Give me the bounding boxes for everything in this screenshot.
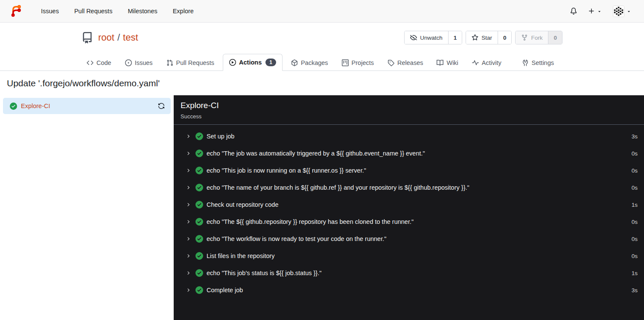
step-name: List files in the repository — [207, 252, 275, 259]
check-circle-icon — [195, 167, 203, 174]
repo-name-link[interactable]: test — [123, 32, 138, 43]
check-circle-icon — [195, 286, 203, 294]
check-circle-icon — [195, 252, 203, 260]
step-name: echo "The name of your branch is ${{ git… — [207, 184, 469, 191]
tools-icon — [522, 59, 529, 66]
fork-button-group: Fork 0 — [515, 31, 562, 44]
step-duration: 0s — [632, 253, 638, 259]
pull-request-icon — [166, 59, 173, 66]
step-row[interactable]: List files in the repository 0s — [174, 247, 644, 264]
repo-action-buttons: Unwatch 1 Star 0 Fork 0 — [404, 31, 562, 44]
create-new-button[interactable] — [585, 5, 605, 17]
step-row[interactable]: Set up job 3s — [174, 128, 644, 145]
tab-label: Settings — [532, 59, 554, 66]
chevron-right-icon — [186, 219, 191, 224]
check-circle-icon — [195, 269, 203, 277]
forgejo-logo-icon — [9, 5, 22, 18]
step-row[interactable]: echo "This job is now running on a ${{ r… — [174, 162, 644, 179]
check-circle-icon — [195, 150, 203, 157]
star-button[interactable]: Star — [466, 31, 498, 44]
job-title: Explore-CI — [181, 101, 637, 110]
forks-count: 0 — [548, 31, 562, 44]
code-icon — [87, 59, 93, 66]
fork-button: Fork — [516, 31, 548, 44]
tab-actions[interactable]: Actions 1 — [223, 54, 283, 71]
step-name: echo "The workflow is now ready to test … — [207, 235, 386, 242]
play-circle-icon — [229, 59, 236, 66]
nav-issues[interactable]: Issues — [33, 4, 67, 18]
step-duration: 1s — [632, 270, 638, 276]
tab-label: Releases — [397, 59, 423, 66]
step-duration: 1s — [632, 202, 638, 208]
pulse-icon — [472, 59, 479, 66]
avatar — [613, 6, 624, 17]
step-name: echo "The job was automatically triggere… — [207, 150, 425, 157]
step-row[interactable]: echo "The ${{ github.repository }} repos… — [174, 213, 644, 230]
issue-icon — [125, 59, 132, 66]
step-duration: 0s — [632, 219, 638, 225]
check-circle-icon — [195, 184, 203, 191]
rerun-job-button[interactable] — [157, 102, 166, 110]
user-menu-button[interactable] — [609, 3, 635, 20]
step-row[interactable]: Complete job 3s — [174, 282, 644, 299]
tab-code[interactable]: Code — [82, 55, 117, 70]
star-label: Star — [481, 35, 492, 41]
tab-packages[interactable]: Packages — [286, 55, 333, 70]
tab-label: Pull Requests — [176, 59, 214, 66]
step-name: echo "The ${{ github.repository }} repos… — [207, 218, 414, 225]
page-title: Update '.forgejo/workflows/demo.yaml' — [0, 71, 644, 95]
check-circle-icon — [195, 235, 203, 243]
tab-label: Issues — [135, 59, 153, 66]
step-row[interactable]: Check out repository code 1s — [174, 196, 644, 213]
repo-title-row: root / test Unwatch 1 Star 0 — [82, 23, 562, 45]
tab-pull-requests[interactable]: Pull Requests — [161, 55, 219, 70]
tab-issues[interactable]: Issues — [120, 55, 158, 70]
steps-list: Set up job 3s echo "The job was automati… — [174, 125, 644, 299]
unwatch-button[interactable]: Unwatch — [405, 31, 448, 44]
repo-path-separator: / — [117, 32, 120, 43]
job-name: Explore-CI — [21, 103, 157, 109]
actions-count-badge: 1 — [265, 59, 276, 66]
notifications-button[interactable] — [567, 5, 580, 17]
tab-projects[interactable]: Projects — [337, 55, 379, 70]
repo-icon — [82, 32, 93, 44]
step-name: Complete job — [207, 287, 243, 294]
tab-label: Packages — [301, 59, 328, 66]
jobs-sidebar: Explore-CI — [0, 95, 174, 320]
stars-count[interactable]: 0 — [498, 31, 512, 44]
tab-wiki[interactable]: Wiki — [431, 55, 463, 70]
fork-label: Fork — [531, 35, 542, 41]
watch-button-group: Unwatch 1 — [404, 31, 462, 44]
tab-label: Actions — [239, 59, 262, 66]
step-row[interactable]: echo "The workflow is now ready to test … — [174, 230, 644, 247]
chevron-right-icon — [186, 168, 191, 173]
tab-activity[interactable]: Activity — [467, 55, 507, 70]
book-icon — [437, 59, 443, 66]
check-circle-icon — [10, 103, 17, 110]
tab-settings[interactable]: Settings — [517, 55, 559, 70]
step-row[interactable]: echo "The job was automatically triggere… — [174, 145, 644, 162]
check-circle-icon — [195, 201, 203, 208]
tab-label: Code — [96, 59, 111, 66]
step-row[interactable]: echo "The name of your branch is ${{ git… — [174, 179, 644, 196]
nav-pull-requests[interactable]: Pull Requests — [67, 4, 120, 18]
step-name: Check out repository code — [207, 201, 278, 208]
bell-icon — [570, 8, 577, 15]
step-name: echo "This job is now running on a ${{ r… — [207, 167, 366, 174]
watchers-count[interactable]: 1 — [448, 31, 462, 44]
chevron-right-icon — [186, 134, 191, 139]
tab-releases[interactable]: Releases — [382, 55, 428, 70]
package-icon — [291, 59, 298, 66]
step-duration: 3s — [632, 287, 638, 294]
chevron-right-icon — [186, 202, 191, 207]
nav-explore[interactable]: Explore — [165, 4, 201, 18]
repo-owner-link[interactable]: root — [98, 32, 114, 43]
nav-milestones[interactable]: Milestones — [120, 4, 165, 18]
main-nav: Issues Pull Requests Milestones Explore — [33, 4, 201, 18]
job-item-explore-ci[interactable]: Explore-CI — [3, 98, 171, 114]
step-duration: 0s — [632, 185, 638, 191]
chevron-right-icon — [186, 288, 191, 293]
step-row[interactable]: echo "This job's status is ${{ job.statu… — [174, 264, 644, 282]
forgejo-logo[interactable] — [9, 5, 22, 18]
step-duration: 0s — [632, 150, 638, 157]
